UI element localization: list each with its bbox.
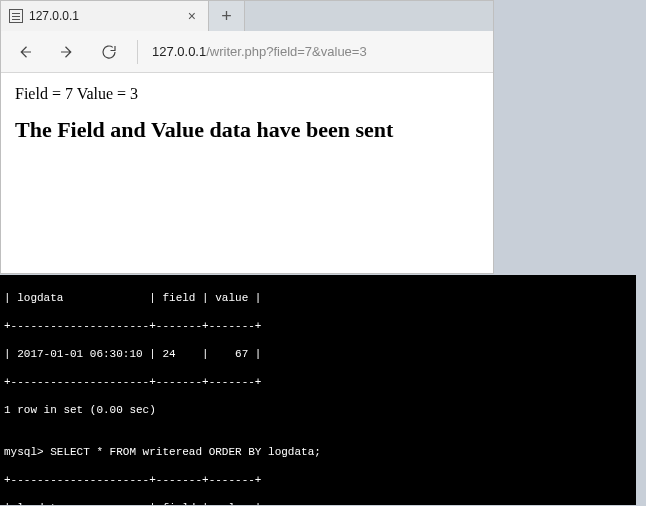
- browser-window: 127.0.0.1 × + 127.0.0.1/writer.php?field…: [0, 0, 494, 274]
- plus-icon: +: [221, 6, 232, 27]
- arrow-left-icon: [16, 43, 34, 61]
- toolbar: 127.0.0.1/writer.php?field=7&value=3: [1, 31, 493, 73]
- status-line: Field = 7 Value = 3: [15, 85, 479, 103]
- terminal-line: | logdata | field | value |: [4, 501, 632, 505]
- forward-button[interactable]: [49, 34, 85, 70]
- terminal-line: | 2017-01-01 06:30:10 | 24 | 67 |: [4, 347, 632, 361]
- toolbar-separator: [137, 40, 138, 64]
- url-host: 127.0.0.1: [152, 44, 206, 59]
- tab-title: 127.0.0.1: [29, 9, 178, 23]
- tab-bar: 127.0.0.1 × +: [1, 1, 493, 31]
- terminal-line: +---------------------+-------+-------+: [4, 319, 632, 333]
- confirmation-heading: The Field and Value data have been sent: [15, 117, 479, 143]
- page-icon: [9, 9, 23, 23]
- terminal-line: +---------------------+-------+-------+: [4, 473, 632, 487]
- tab-active[interactable]: 127.0.0.1 ×: [1, 1, 209, 31]
- refresh-icon: [100, 43, 118, 61]
- terminal-line: +---------------------+-------+-------+: [4, 375, 632, 389]
- back-button[interactable]: [7, 34, 43, 70]
- terminal-line: mysql> SELECT * FROM writeread ORDER BY …: [4, 445, 632, 459]
- refresh-button[interactable]: [91, 34, 127, 70]
- address-bar[interactable]: 127.0.0.1/writer.php?field=7&value=3: [148, 34, 487, 70]
- terminal-window[interactable]: | logdata | field | value | +-----------…: [0, 275, 636, 505]
- arrow-right-icon: [58, 43, 76, 61]
- tab-close-button[interactable]: ×: [184, 9, 200, 23]
- terminal-line: 1 row in set (0.00 sec): [4, 403, 632, 417]
- new-tab-button[interactable]: +: [209, 1, 245, 31]
- page-content: Field = 7 Value = 3 The Field and Value …: [1, 73, 493, 273]
- terminal-line: | logdata | field | value |: [4, 291, 632, 305]
- url-path: /writer.php?field=7&value=3: [206, 44, 366, 59]
